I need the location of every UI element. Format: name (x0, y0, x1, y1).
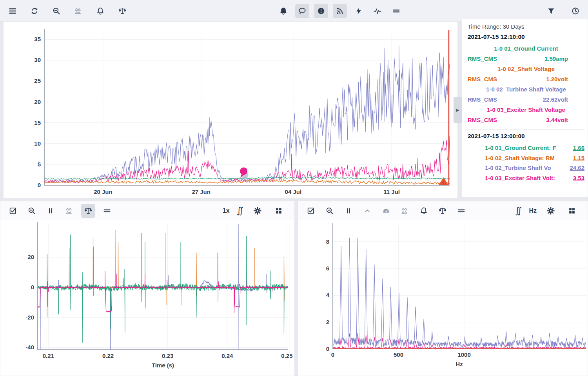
svg-text:0.23: 0.23 (162, 352, 173, 359)
waveform-chart-canvas[interactable]: 200-20-400.210.220.230.240.25Time (s) (0, 220, 294, 376)
double-integral-button[interactable]: ∬ (515, 206, 522, 216)
metric-value: 1.20volt (546, 74, 568, 84)
notifications-bell-filled-icon[interactable] (276, 4, 290, 18)
x-axis-title: Hz (456, 361, 463, 367)
svg-text:15: 15 (34, 119, 41, 126)
settings-gear-icon[interactable] (544, 204, 558, 218)
channel-name: 1-0 02_Turbine Shaft Vo (485, 163, 551, 173)
gauge-icon[interactable] (379, 204, 393, 218)
channel-name[interactable]: 1-0 03_Exciter Shaft Voltage (468, 105, 584, 115)
waveform-toolbar: 1x∬ (0, 201, 294, 220)
channel-metric-row: RMS_CMS3.44volt (468, 115, 584, 125)
double-integral-button[interactable]: ∬ (237, 206, 243, 216)
grid-layout-icon[interactable] (565, 204, 579, 218)
trend-chart-icon[interactable] (398, 204, 412, 218)
channel-value-row[interactable]: 1-0 03_Exciter Shaft Volt:3.53 (468, 173, 584, 183)
trend-chart-icon[interactable] (62, 204, 76, 218)
spectrum-toolbar-left (304, 204, 468, 218)
pause-icon[interactable] (341, 204, 356, 218)
channel-name: 1-0 01_Ground Current: F (485, 143, 556, 153)
trend-chart-canvas[interactable]: 0510152025303520 Jun27 Jun04 Jul11 Jul (4, 22, 457, 200)
comment-marker[interactable] (240, 168, 249, 179)
frequency-unit-button[interactable]: Hz (529, 207, 537, 214)
spectrum-toolbar-right: ∬Hz (515, 204, 582, 218)
refresh-icon[interactable] (27, 4, 42, 18)
balance-scales-icon[interactable] (436, 204, 450, 218)
svg-text:-20: -20 (25, 314, 34, 321)
equals-menu-icon[interactable] (389, 4, 403, 18)
balance-scales-icon[interactable] (81, 204, 95, 218)
svg-text:04 Jul: 04 Jul (285, 188, 302, 195)
trend-chart-svg: 0510152025303520 Jun27 Jun04 Jul11 Jul (4, 22, 458, 198)
svg-text:0: 0 (326, 345, 329, 352)
alarm-bell-icon[interactable] (417, 204, 431, 218)
panel-collapse-handle[interactable]: ▶ (454, 97, 462, 123)
trend-chart-panel: 0510152025303520 Jun27 Jun04 Jul11 Jul (3, 22, 458, 198)
series-group (44, 46, 450, 184)
wave-chart-svg: 200-20-400.210.220.230.240.25Time (s) (0, 220, 294, 376)
trend-chart-icon[interactable] (71, 4, 85, 18)
spectrum-chart-canvas[interactable]: 0246805001000Hz (298, 220, 588, 376)
pause-icon[interactable] (44, 204, 58, 218)
metric-label: RMS_CMS (468, 115, 497, 125)
svg-text:500: 500 (394, 351, 403, 358)
svg-text:1000: 1000 (457, 351, 470, 358)
equals-menu-icon[interactable] (454, 204, 468, 218)
svg-text:0: 0 (331, 351, 334, 358)
checkbox-checked-icon[interactable] (304, 204, 318, 218)
channel-name: 1-0 03_Exciter Shaft Volt: (485, 173, 555, 183)
history-clock-icon[interactable] (568, 4, 583, 18)
svg-text:5: 5 (38, 161, 41, 168)
axis-labels: 200-20-400.210.220.230.240.25 (25, 254, 292, 359)
series-turbine-shaft-spectrum (333, 238, 586, 348)
equals-menu-icon[interactable] (100, 204, 114, 218)
svg-text:0.21: 0.21 (43, 352, 54, 359)
series-exciter-shaft-waveform (38, 271, 288, 313)
live-feed-icon[interactable] (333, 4, 347, 18)
svg-text:35: 35 (34, 36, 41, 42)
channel-value-row[interactable]: 1-0 02_Shaft Voltage: RM1.15 (468, 153, 584, 163)
alarm-bell-icon[interactable] (93, 4, 107, 18)
svg-text:20 Jun: 20 Jun (94, 188, 113, 195)
metric-label: RMS_CMS (468, 74, 497, 84)
top-toolbar-center-group (276, 0, 403, 22)
spec-chart-svg: 0246805001000Hz (298, 220, 588, 376)
svg-text:30: 30 (34, 57, 41, 63)
legend-divider (465, 129, 584, 130)
series-1-0 02_Turbine Shaft Voltage RMS (44, 46, 450, 183)
channel-value-row[interactable]: 1-0 01_Ground Current: F1.66 (468, 143, 584, 153)
channel-name[interactable]: 1-0 02_Shaft Voltage (468, 64, 584, 74)
snapshot-timestamp: 2021-07-15 12:10:00 (468, 33, 584, 40)
channel-value: 1.15 (573, 153, 584, 163)
series-group (38, 224, 288, 350)
channel-name: 1-0 02_Shaft Voltage: RM (485, 153, 555, 163)
alert-circle-icon[interactable] (314, 4, 328, 18)
snapshot-channel-list: 1-0 01_Ground Current: F1.661-0 02_Shaft… (468, 143, 584, 183)
top-toolbar (0, 0, 588, 22)
series-group (333, 238, 586, 349)
channel-name[interactable]: 1-0 02_Turbine Shaft Voltage (468, 84, 584, 95)
comment-bubble-icon[interactable] (295, 4, 309, 18)
menu-icon[interactable] (5, 4, 20, 18)
vibration-pulse-icon[interactable] (370, 4, 385, 18)
snapshot-channel-list: 1-0 01_Ground CurrentRMS_CMS1.59amp1-0 0… (468, 44, 584, 125)
checkbox-checked-icon[interactable] (6, 204, 20, 218)
metric-value: 22.62volt (543, 95, 568, 105)
svg-text:25: 25 (34, 77, 41, 84)
zoom-out-icon[interactable] (25, 204, 39, 218)
channel-name[interactable]: 1-0 01_Ground Current (468, 44, 584, 54)
svg-text:0: 0 (31, 284, 34, 290)
lightning-icon[interactable] (352, 4, 366, 18)
balance-scales-icon[interactable] (115, 4, 129, 18)
filter-icon[interactable] (544, 4, 558, 18)
channel-value-row[interactable]: 1-0 02_Turbine Shaft Vo24.62 (468, 163, 584, 173)
svg-text:20: 20 (27, 254, 34, 260)
speed-button[interactable]: 1x (223, 207, 230, 214)
grid-layout-icon[interactable] (272, 204, 286, 218)
zoom-out-icon[interactable] (323, 204, 337, 218)
channel-value: 3.53 (573, 173, 584, 183)
settings-gear-icon[interactable] (250, 204, 265, 218)
caret-up-icon[interactable] (360, 204, 374, 218)
svg-text:2: 2 (326, 319, 329, 325)
zoom-out-icon[interactable] (49, 4, 64, 18)
